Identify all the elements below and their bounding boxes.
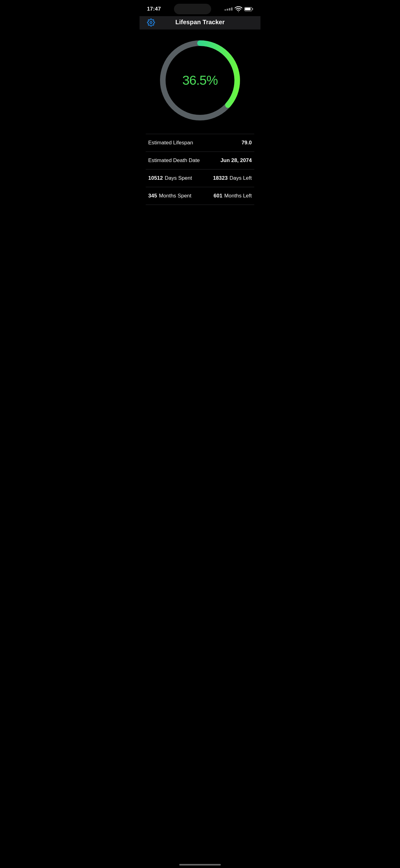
estimated-lifespan-value: 79.0 [241,140,252,146]
days-spent-label: Days Spent [165,175,192,181]
main-content: 36.5% Estimated Lifespan 79.0 Estimated … [139,30,261,212]
days-left: 18323 Days Left [213,175,252,181]
settings-button[interactable] [146,17,156,29]
months-spent: 345 Months Spent [148,193,191,199]
months-left-label: Months Left [224,193,252,199]
page-title: Lifespan Tracker [175,19,225,26]
estimated-death-date-row: Estimated Death Date Jun 28, 2074 [146,152,254,169]
days-spent: 10512 Days Spent [148,175,192,181]
signal-icon [225,7,233,10]
battery-icon [244,7,253,11]
estimated-lifespan-row: Estimated Lifespan 79.0 [146,134,254,152]
days-left-number: 18323 [213,175,228,181]
svg-point-1 [150,22,152,24]
wifi-icon [234,5,242,13]
days-row: 10512 Days Spent 18323 Days Left [146,169,254,187]
dynamic-island [174,4,211,14]
gear-icon [147,18,155,26]
months-spent-number: 345 [148,193,157,199]
months-row: 345 Months Spent 601 Months Left [146,187,254,205]
estimated-death-date-value: Jun 28, 2074 [221,157,252,164]
estimated-lifespan-label: Estimated Lifespan [148,140,193,146]
days-spent-number: 10512 [148,175,163,181]
months-left: 601 Months Left [214,193,252,199]
status-bar: 17:47 [139,0,261,16]
ring-percentage: 36.5% [182,73,218,88]
days-left-label: Days Left [229,175,252,181]
ring-chart: 36.5% [157,37,243,124]
stats-table: Estimated Lifespan 79.0 Estimated Death … [146,134,254,205]
status-time: 17:47 [147,6,161,12]
estimated-death-date-label: Estimated Death Date [148,157,200,164]
status-icons [225,5,253,13]
months-spent-label: Months Spent [159,193,191,199]
months-left-number: 601 [214,193,222,199]
nav-bar: Lifespan Tracker [139,16,261,30]
